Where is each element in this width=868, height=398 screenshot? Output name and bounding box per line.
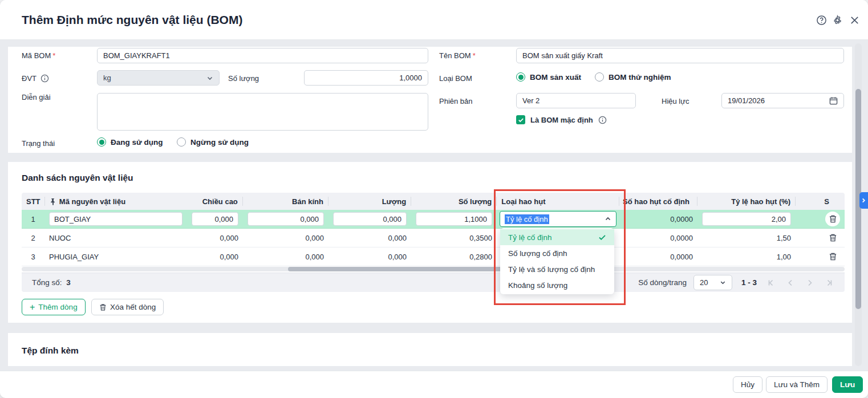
row-chieu-cao: 0,000 <box>187 234 243 242</box>
last-page-icon[interactable] <box>824 278 834 288</box>
dropdown-option[interactable]: Số lượng cố định <box>500 245 614 261</box>
checkbox-checked-icon[interactable] <box>516 115 525 124</box>
horizontal-scrollbar[interactable] <box>22 267 845 271</box>
row-action-cell <box>821 252 845 261</box>
row-so-hao-hut: 0,0000 <box>619 253 697 261</box>
ma-bom-input[interactable] <box>97 48 428 63</box>
ban-kinh-input[interactable] <box>248 212 324 226</box>
row-luong: 0,000 <box>328 234 411 242</box>
table-header-row: STT Mã nguyên vật liệu Chiều cao Bán kín… <box>22 193 845 210</box>
trash-icon[interactable] <box>829 252 837 261</box>
dien-giai-textarea[interactable] <box>97 93 428 131</box>
hieu-luc-label: Hiệu lực <box>662 97 689 105</box>
close-icon[interactable] <box>849 15 860 26</box>
row-action-cell <box>821 233 845 242</box>
col-clipped[interactable]: S <box>796 197 845 206</box>
table-row[interactable]: 3 PHUGIA_GIAY 0,000 0,000 0,000 0,2800 0… <box>22 247 845 266</box>
modal-title: Thêm Định mức nguyên vật liệu (BOM) <box>22 0 242 40</box>
info-icon <box>40 74 49 83</box>
row-so-luong-cell <box>411 212 497 226</box>
materials-section-title: Danh sách nguyên vật liệu <box>22 173 133 183</box>
radio-bom-san-xuat[interactable]: BOM sản xuất <box>516 72 581 82</box>
ma-bom-label: Mã BOM* <box>22 51 55 60</box>
radio-dang-su-dung[interactable]: Đang sử dụng <box>97 137 163 147</box>
delete-row-button[interactable] <box>825 212 840 226</box>
col-so-hao-hut[interactable]: Số hao hụt cố định <box>619 197 697 206</box>
attachments-card <box>8 333 852 366</box>
dvt-select[interactable]: kg <box>97 70 220 86</box>
dvt-label: ĐVT <box>22 74 49 83</box>
save-button[interactable]: Lưu <box>832 376 863 393</box>
ten-bom-label: Tên BOM* <box>439 51 476 60</box>
col-ty-le-hao-hut[interactable]: Tỷ lệ hao hụt (%) <box>697 197 795 206</box>
selected-option-text: Tỷ lệ cố định <box>505 214 549 224</box>
radio-selected-icon <box>516 72 525 82</box>
total-count: Tổng số: 3 <box>22 278 71 287</box>
dropdown-option[interactable]: Khoảng số lượng <box>500 277 614 293</box>
side-panel-expand-button[interactable] <box>859 192 868 209</box>
chieu-cao-input[interactable] <box>192 212 238 226</box>
plus-icon: + <box>30 303 35 312</box>
chevron-down-icon <box>720 279 726 286</box>
row-so-hao-hut: 0,0000 <box>619 215 697 224</box>
row-code: NUOC <box>44 234 187 242</box>
col-chieu-cao[interactable]: Chiều cao <box>186 197 242 206</box>
col-so-luong[interactable]: Số lượng <box>411 197 496 206</box>
row-luong-cell <box>328 212 411 226</box>
so-luong-row-input[interactable] <box>416 212 492 226</box>
chevron-right-icon <box>861 198 866 203</box>
trash-icon[interactable] <box>829 233 837 242</box>
dien-giai-label: Diễn giải <box>22 93 51 101</box>
save-and-add-button[interactable]: Lưu và Thêm <box>766 376 828 393</box>
col-stt[interactable]: STT <box>22 197 44 206</box>
trash-icon <box>99 303 107 311</box>
dropdown-option[interactable]: Tỷ lệ và số lượng cố định <box>500 261 614 277</box>
col-ban-kinh[interactable]: Bán kính <box>243 197 328 206</box>
ten-bom-input[interactable] <box>516 48 844 63</box>
row-chieu-cao: 0,000 <box>187 253 243 261</box>
row-so-luong: 0,3500 <box>411 234 497 242</box>
cancel-button[interactable]: Hủy <box>733 376 762 393</box>
table-row[interactable]: 1 Tỷ lệ cố định 0,0000 <box>22 210 845 229</box>
next-page-icon[interactable] <box>805 278 815 288</box>
col-code[interactable]: Mã nguyên vật liệu <box>45 197 187 206</box>
row-ban-kinh: 0,000 <box>243 253 328 261</box>
row-stt: 3 <box>22 253 44 261</box>
ty-le-input[interactable] <box>702 212 791 226</box>
calendar-icon[interactable] <box>829 96 838 105</box>
help-icon[interactable] <box>816 15 827 26</box>
col-luong[interactable]: Lượng <box>328 197 411 206</box>
row-so-hao-hut: 0,0000 <box>619 234 697 242</box>
per-page-select[interactable]: 20 <box>693 275 732 290</box>
so-luong-label: Số lượng <box>228 74 259 83</box>
row-code-cell <box>44 212 187 226</box>
first-page-icon[interactable] <box>766 278 776 288</box>
chevron-down-icon <box>206 75 213 82</box>
gear-icon[interactable] <box>832 15 843 26</box>
radio-ngung-su-dung[interactable]: Ngừng sử dụng <box>177 137 249 147</box>
code-input[interactable] <box>49 212 182 226</box>
row-luong: 0,000 <box>328 253 411 261</box>
row-stt: 2 <box>22 234 44 242</box>
row-chieu-cao-cell <box>187 212 243 226</box>
luong-input[interactable] <box>333 212 407 226</box>
radio-bom-thu-nghiem[interactable]: BOM thử nghiệm <box>595 72 671 82</box>
la-bom-mac-dinh-label: Là BOM mặc định <box>530 116 593 124</box>
la-bom-mac-dinh-row[interactable]: Là BOM mặc định <box>516 115 607 124</box>
so-luong-input[interactable] <box>304 70 428 86</box>
prev-page-icon[interactable] <box>785 278 796 288</box>
radio-selected-icon <box>97 137 106 147</box>
per-page-label: Số dòng/trang <box>638 278 687 287</box>
row-ty-le-cell <box>697 212 796 226</box>
phien-ban-input[interactable] <box>516 93 636 108</box>
pin-icon <box>50 198 56 205</box>
dropdown-option[interactable]: Tỷ lệ cố định <box>500 229 614 245</box>
hieu-luc-date-input[interactable]: 19/01/2026 <box>721 93 844 108</box>
trash-icon <box>829 214 837 224</box>
loai-hao-hut-select[interactable]: Tỷ lệ cố định <box>500 211 616 227</box>
col-loai-hao-hut[interactable]: Loại hao hụt <box>497 197 619 206</box>
row-loai-hao-hut-cell: Tỷ lệ cố định <box>497 211 619 227</box>
add-row-button[interactable]: + Thêm dòng <box>22 299 86 315</box>
table-row[interactable]: 2 NUOC 0,000 0,000 0,000 0,3500 0,0000 1… <box>22 229 845 247</box>
delete-all-rows-button[interactable]: Xóa hết dòng <box>91 299 164 315</box>
